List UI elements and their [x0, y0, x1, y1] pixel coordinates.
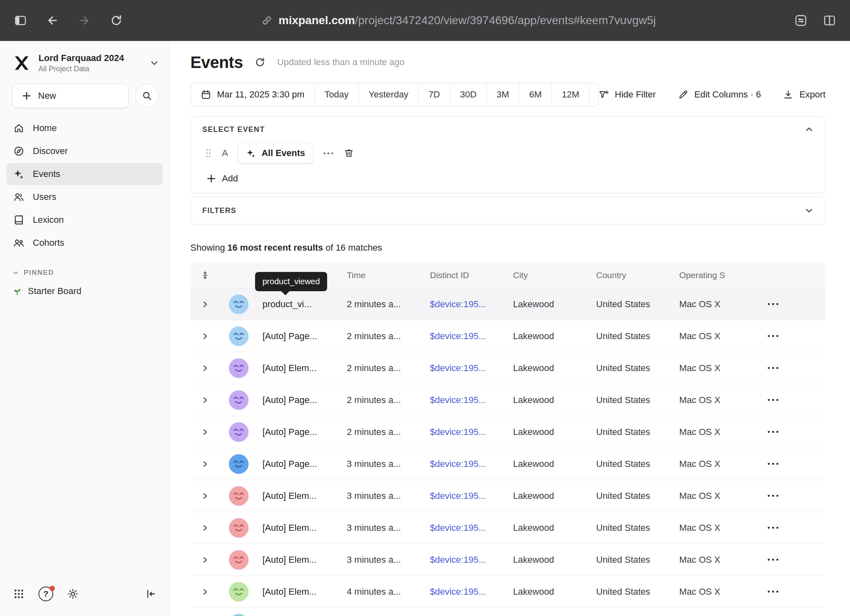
distinct-id-link[interactable]: $device:195...: [427, 363, 510, 374]
sidebar-item-cohorts[interactable]: Cohorts: [7, 232, 163, 254]
range-30d[interactable]: 30D: [450, 83, 486, 106]
event-name-cell[interactable]: [Auto] Page...: [259, 331, 344, 342]
row-menu-button[interactable]: [745, 367, 779, 369]
table-row[interactable]: [Auto] Elem... 2 minutes a... $device:19…: [190, 352, 825, 384]
address-bar[interactable]: mixpanel.com/project/3472420/view/397469…: [123, 14, 794, 27]
row-expand-chevron-icon[interactable]: [201, 333, 209, 340]
range-7d[interactable]: 7D: [418, 83, 450, 106]
row-menu-button[interactable]: [745, 462, 779, 465]
browser-sidebar-toggle-icon[interactable]: [14, 14, 27, 27]
help-button[interactable]: ?: [38, 587, 53, 601]
range-xtd[interactable]: XTD: [589, 83, 599, 106]
refresh-icon[interactable]: [254, 57, 266, 68]
distinct-id-link[interactable]: $device:195...: [427, 523, 510, 533]
add-event-button[interactable]: Add: [202, 173, 814, 184]
hide-filter-button[interactable]: Hide Filter: [599, 89, 656, 100]
sidebar-item-events[interactable]: Events: [7, 163, 163, 185]
table-row[interactable]: [Auto] Elem... 4 minutes a... $device:19…: [190, 576, 825, 608]
row-menu-button[interactable]: [745, 399, 779, 401]
row-menu-button[interactable]: [745, 526, 779, 529]
distinct-id-link[interactable]: $device:195...: [427, 331, 510, 342]
table-row[interactable]: [Auto] Elem... 3 minutes a... $device:19…: [190, 480, 825, 512]
download-icon: [783, 89, 793, 100]
table-row[interactable]: [Auto] Elem... 4 minutes a... $device:19…: [190, 608, 825, 616]
sidebar-item-home[interactable]: Home: [7, 117, 163, 139]
range-12m[interactable]: 12M: [552, 83, 589, 106]
project-switcher[interactable]: Lord Farquaad 2024 All Project Data: [0, 41, 170, 80]
back-icon[interactable]: [46, 14, 59, 27]
row-menu-button[interactable]: [745, 430, 779, 433]
event-name-cell[interactable]: [Auto] Elem...: [259, 587, 344, 597]
collapse-sidebar-icon[interactable]: [145, 588, 156, 600]
apps-grid-icon[interactable]: [13, 588, 25, 600]
distinct-id-link[interactable]: $device:195...: [427, 427, 510, 437]
range-yesterday[interactable]: Yesterday: [358, 83, 418, 106]
distinct-id-link[interactable]: $device:195...: [427, 491, 510, 501]
distinct-id-link[interactable]: $device:195...: [427, 299, 510, 310]
pinned-item-starter-board[interactable]: Starter Board: [0, 282, 170, 301]
range-6m[interactable]: 6M: [519, 83, 552, 106]
chevron-up-icon[interactable]: [805, 125, 814, 134]
browser-extensions-icon[interactable]: [794, 14, 807, 27]
event-name-cell[interactable]: [Auto] Page...: [259, 459, 344, 469]
collapse-all-icon[interactable]: [200, 270, 210, 280]
row-expand-chevron-icon[interactable]: [201, 365, 209, 372]
row-expand-chevron-icon[interactable]: [201, 460, 209, 468]
table-row[interactable]: [Auto] Page... 2 minutes a... $device:19…: [190, 320, 825, 352]
row-expand-chevron-icon[interactable]: [201, 301, 209, 308]
event-name-cell[interactable]: product_vi...: [259, 299, 344, 310]
sidebar-item-lexicon[interactable]: Lexicon: [7, 209, 163, 231]
chevron-down-icon[interactable]: [805, 206, 814, 215]
table-row[interactable]: [Auto] Page... 3 minutes a... $device:19…: [190, 448, 825, 480]
users-icon: [13, 191, 25, 203]
row-menu-button[interactable]: [745, 590, 779, 593]
table-row[interactable]: [Auto] Page... 2 minutes a... $device:19…: [190, 384, 825, 416]
range-3m[interactable]: 3M: [486, 83, 519, 106]
event-name-cell[interactable]: [Auto] Elem...: [259, 523, 344, 533]
distinct-id-link[interactable]: $device:195...: [427, 459, 510, 469]
time-cell: 3 minutes a...: [344, 459, 427, 469]
export-button[interactable]: Export: [783, 89, 825, 100]
date-picker-button[interactable]: Mar 11, 2025 3:30 pm: [191, 83, 314, 106]
row-menu-button[interactable]: [745, 494, 779, 497]
pinned-section-toggle[interactable]: PINNED: [0, 254, 170, 282]
event-name-cell[interactable]: [Auto] Elem...: [259, 363, 344, 374]
split-view-icon[interactable]: [823, 14, 836, 27]
distinct-id-link[interactable]: $device:195...: [427, 587, 510, 597]
event-name-cell[interactable]: [Auto] Elem...: [259, 555, 344, 565]
row-expand-chevron-icon[interactable]: [201, 396, 209, 404]
table-row[interactable]: [Auto] Elem... 3 minutes a... $device:19…: [190, 544, 825, 576]
row-menu-button[interactable]: [745, 335, 779, 337]
distinct-id-link[interactable]: $device:195...: [427, 395, 510, 405]
row-expand-chevron-icon[interactable]: [201, 588, 209, 596]
range-today[interactable]: Today: [314, 83, 359, 106]
row-expand-chevron-icon[interactable]: [201, 492, 209, 500]
delete-event-icon[interactable]: [344, 148, 354, 159]
event-selector-button[interactable]: All Events: [238, 143, 313, 163]
distinct-id-link[interactable]: $device:195...: [427, 555, 510, 565]
row-expand-chevron-icon[interactable]: [201, 428, 209, 436]
event-options-button[interactable]: [323, 152, 334, 155]
search-button[interactable]: [135, 84, 159, 108]
row-menu-button[interactable]: [745, 303, 779, 306]
row-expand-chevron-icon[interactable]: [201, 524, 209, 532]
seedling-icon: [12, 286, 22, 296]
edit-columns-button[interactable]: Edit Columns · 6: [678, 89, 761, 100]
chevron-down-icon[interactable]: [150, 59, 159, 68]
sidebar-item-users[interactable]: Users: [7, 186, 163, 208]
event-name-cell[interactable]: [Auto] Page...: [259, 427, 344, 437]
row-menu-button[interactable]: [745, 558, 779, 561]
drag-handle-icon[interactable]: [205, 148, 212, 159]
table-row[interactable]: [Auto] Page... 2 minutes a... $device:19…: [190, 416, 825, 448]
mixpanel-logo-icon: [12, 54, 31, 72]
table-row[interactable]: [Auto] Elem... 3 minutes a... $device:19…: [190, 512, 825, 544]
event-name-cell[interactable]: [Auto] Elem...: [259, 491, 344, 501]
row-expand-chevron-icon[interactable]: [201, 556, 209, 564]
forward-icon[interactable]: [78, 14, 91, 27]
sidebar-item-discover[interactable]: Discover: [7, 140, 163, 162]
reload-icon[interactable]: [110, 14, 123, 27]
event-name-cell[interactable]: [Auto] Page...: [259, 395, 344, 405]
new-button[interactable]: New: [12, 84, 129, 108]
new-button-label: New: [38, 91, 56, 101]
settings-gear-icon[interactable]: [67, 588, 79, 600]
